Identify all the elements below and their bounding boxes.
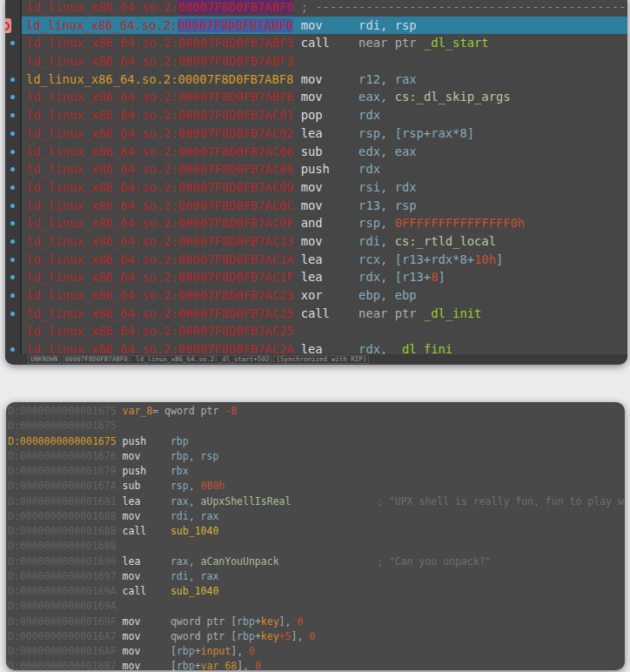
operand-text: ] xyxy=(439,270,446,284)
address: 00007F8D0FB7AC09 xyxy=(178,180,293,194)
instruction-dot-icon[interactable] xyxy=(10,258,15,262)
asm-row[interactable]: D:0000000000001675 xyxy=(6,419,625,433)
mnemonic: lea xyxy=(117,495,171,507)
asm-row[interactable]: D:000000000000167A sub rsp, 0B8h xyxy=(6,479,625,494)
operand-text: r12, rax xyxy=(359,72,416,86)
asm-row[interactable]: ld_linux_x86_64.so.2:00007F8D0FB7AC23 xo… xyxy=(22,286,627,305)
asm-row[interactable]: ld_linux_x86_64.so.2:00007F8D0FB7AC09 mo… xyxy=(22,178,627,197)
mnemonic: sub xyxy=(117,480,171,492)
asm-row[interactable]: ld_linux_x86_64.so.2:00007F8D0FB7AC02 le… xyxy=(22,124,627,143)
operand-text: rbp xyxy=(171,435,189,447)
operand-text: -8 xyxy=(225,405,237,417)
asm-row[interactable]: ld_linux_x86_64.so.2:00007F8D0FB7AC25 xyxy=(22,322,627,340)
module-prefix: ld_linux_x86_64.so.2: xyxy=(26,324,178,338)
asm-row[interactable]: D:0000000000001675 var_8= qword ptr -8 xyxy=(6,404,625,419)
asm-row[interactable]: D:00000000000016B7 mov [rbp+var_68], 0 xyxy=(6,659,625,670)
asm-row[interactable]: ld_linux_x86_64.so.2:00007F8D0FB7ABF3 ca… xyxy=(22,34,627,52)
mnemonic: lea xyxy=(293,252,359,266)
instruction-dot-icon[interactable] xyxy=(10,77,15,82)
module-prefix: ld_linux_x86_64.so.2: xyxy=(26,306,178,320)
instruction-dot-icon[interactable] xyxy=(10,293,15,298)
asm-row[interactable]: D:0000000000001688 mov rdi, rax xyxy=(6,509,625,524)
asm-row[interactable]: ld_linux_x86_64.so.2:00007F8D0FB7AC06 su… xyxy=(22,143,627,161)
mnemonic: lea xyxy=(293,270,359,284)
mnemonic: mov xyxy=(293,234,359,248)
address: 00007F8D0FB7AC08 xyxy=(178,162,293,176)
module-prefix: ld_linux_x86_64.so.2: xyxy=(26,288,178,302)
address: 00007F8D0FB7AC01 xyxy=(178,108,293,122)
comment-text: ; "Can you unpack?" xyxy=(377,554,492,569)
operand-text: [ xyxy=(171,660,177,670)
comment-text: ; --------------------------------------… xyxy=(301,0,627,14)
address: 00007F8D0FB7AC23 xyxy=(178,288,293,302)
mnemonic: push xyxy=(117,435,171,447)
operand-text: near ptr xyxy=(359,36,424,50)
instruction-dot-icon[interactable] xyxy=(10,185,15,190)
mnemonic: mov xyxy=(117,615,171,628)
operand-text: + xyxy=(255,615,261,628)
asm-row[interactable]: D:00000000000016AF mov [rbp+input], 0 xyxy=(6,644,625,659)
address: D:00000000000016A7 xyxy=(8,630,117,642)
operand-text xyxy=(117,405,123,417)
address: 00007F8D0FB7AC02 xyxy=(178,126,293,140)
asm-row[interactable]: ld_linux_x86_64.so.2:00007F8D0FB7AC0F an… xyxy=(22,214,627,232)
operand-text: rdx, [r13+ xyxy=(359,270,431,284)
asm-row[interactable]: ld_linux_x86_64.so.2:00007F8D0FB7AC1F le… xyxy=(22,268,627,286)
mnemonic: mov xyxy=(117,570,171,582)
asm-row[interactable]: ld_linux_x86_64.so.2:00007F8D0FB7ABF0 ; … xyxy=(22,0,627,17)
instruction-dot-icon[interactable] xyxy=(10,239,15,244)
asm-row[interactable]: D:0000000000001690 lea rax, aCanYouUnpac… xyxy=(6,554,625,569)
operand-text: rbp xyxy=(237,630,255,642)
asm-row[interactable]: ld_linux_x86_64.so.2:00007F8D0FB7AC13 mo… xyxy=(22,232,627,251)
mnemonic: mov xyxy=(117,510,171,522)
mnemonic: call xyxy=(293,306,359,320)
asm-row[interactable]: D:0000000000001679 push rbx xyxy=(6,464,625,479)
asm-row[interactable]: D:000000000000168B xyxy=(6,539,625,554)
asm-row[interactable]: D:000000000000169A xyxy=(6,599,625,614)
instruction-dot-icon[interactable] xyxy=(10,150,15,154)
operand-text: + xyxy=(255,630,261,642)
instruction-dot-icon[interactable] xyxy=(10,131,15,136)
instruction-dot-icon[interactable] xyxy=(10,312,15,316)
mnemonic: push xyxy=(293,162,359,176)
address: 00007F8D0FB7ABF8 xyxy=(178,72,293,86)
mnemonic: mov xyxy=(293,18,359,32)
asm-row[interactable]: D:0000000000001681 lea rax, aUpxShellIsR… xyxy=(6,494,625,509)
asm-row[interactable]: ld_linux_x86_64.so.2:00007F8D0FB7AC08 pu… xyxy=(22,160,627,178)
asm-row[interactable]: ld_linux_x86_64.so.2:00007F8D0FB7ABF8 mo… xyxy=(22,71,627,89)
asm-row[interactable]: ld_linux_x86_64.so.2:00007F8D0FB7AC25 ca… xyxy=(22,305,627,323)
disassembly-panel-top[interactable]: ld_linux_x86_64.so.2:00007F8D0FB7ABF0 ; … xyxy=(5,0,627,365)
asm-row[interactable]: ld_linux_x86_64.so.2:00007F8D0FB7AC0C mo… xyxy=(22,197,627,215)
address: 00007F8D0FB7ABF3 xyxy=(178,54,293,68)
asm-row[interactable]: D:0000000000001675 push rbp xyxy=(6,434,625,449)
operand-text: qword ptr [ xyxy=(171,630,237,642)
disassembly-panel-bottom[interactable]: D:0000000000001675 var_8= qword ptr -8D:… xyxy=(6,402,625,670)
mnemonic: sub xyxy=(293,144,359,158)
operand-text: key xyxy=(261,615,279,628)
asm-row[interactable]: D:000000000000168B call sub_1040 xyxy=(6,524,625,539)
operand-text: rsp, xyxy=(171,480,201,492)
instruction-dot-icon[interactable] xyxy=(10,204,15,208)
asm-row[interactable]: ld_linux_x86_64.so.2:00007F8D0FB7ABF3 xyxy=(22,52,627,71)
module-prefix: ld_linux_x86_64.so.2: xyxy=(26,0,178,14)
operand-text: + xyxy=(195,660,201,670)
asm-row[interactable]: ld_linux_x86_64.so.2:00007F8D0FB7AC01 po… xyxy=(22,106,627,124)
asm-row[interactable]: ld_linux_x86_64.so.2:00007F8D0FB7ABF0 mo… xyxy=(22,17,627,35)
operand-text: rdi, xyxy=(359,234,395,248)
asm-row[interactable]: D:000000000000169F mov qword ptr [rbp+ke… xyxy=(6,615,625,629)
breakpoint-gutter[interactable] xyxy=(5,0,22,365)
operand-text: [ xyxy=(171,645,177,657)
asm-row[interactable]: ld_linux_x86_64.so.2:00007F8D0FB7AC1A le… xyxy=(22,251,627,269)
operand-text: var_8 xyxy=(123,405,153,417)
asm-row[interactable]: D:0000000000001676 mov rbp, rsp xyxy=(6,449,625,464)
operand-text: cs:_rtld_local xyxy=(395,234,496,248)
asm-row[interactable]: D:00000000000016A7 mov qword ptr [rbp+ke… xyxy=(6,629,625,644)
asm-row[interactable]: D:0000000000001697 mov rdi, rax xyxy=(6,569,625,584)
operand-text: var_68 xyxy=(201,660,238,670)
asm-row[interactable]: D:000000000000169A call sub_1040 xyxy=(6,584,625,599)
operand-text: ], xyxy=(279,615,298,628)
module-prefix: ld_linux_x86_64.so.2: xyxy=(26,216,178,230)
address: 00007F8D0FB7AC06 xyxy=(178,144,293,158)
asm-row[interactable]: ld_linux_x86_64.so.2:00007F8D0FB7ABFB mo… xyxy=(22,88,627,106)
operand-text: rbp xyxy=(237,615,255,628)
